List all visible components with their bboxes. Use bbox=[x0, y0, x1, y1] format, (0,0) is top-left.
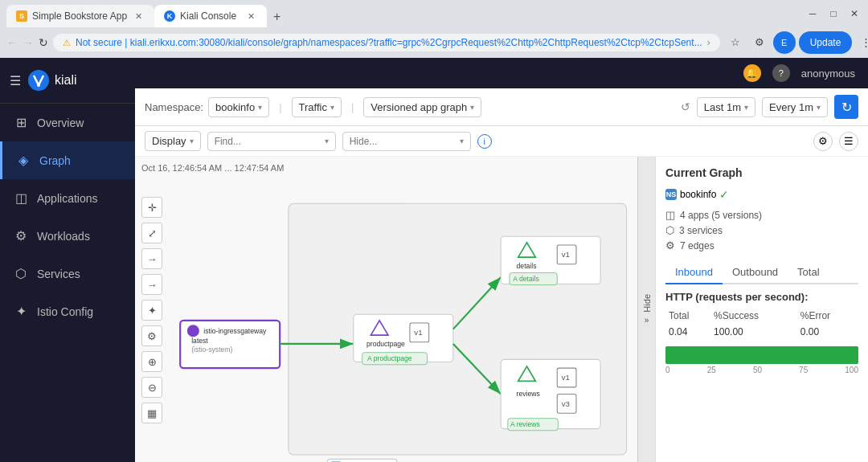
zoom-plus-tool[interactable]: ⊕ bbox=[141, 351, 162, 372]
reviews-node[interactable]: v1 v3 reviews A reviews bbox=[501, 359, 600, 430]
refresh-interval-label: Every 1m bbox=[769, 101, 813, 113]
cell-error: 0.00 bbox=[797, 324, 858, 340]
zoom-minus-tool[interactable]: ⊖ bbox=[141, 377, 162, 398]
minimize-button[interactable]: ─ bbox=[805, 6, 820, 21]
time-range-chevron-icon: ▾ bbox=[744, 103, 748, 112]
legend-icon[interactable]: ☰ bbox=[839, 132, 858, 151]
sidebar-item-graph-label: Graph bbox=[39, 154, 71, 167]
details-node[interactable]: v1 details A details bbox=[501, 236, 600, 284]
hide-panel[interactable]: Hide » bbox=[637, 157, 655, 462]
traffic-chevron-icon: ▾ bbox=[330, 103, 334, 112]
update-button[interactable]: Update bbox=[799, 31, 853, 54]
close-button[interactable]: ✕ bbox=[847, 6, 862, 21]
menu-button[interactable]: ⋮ bbox=[855, 31, 868, 52]
namespace-value: bookinfo bbox=[215, 101, 255, 113]
sidebar-item-overview[interactable]: ⊞ Overview bbox=[0, 104, 135, 141]
kiali-logo-text: kiali bbox=[55, 73, 77, 88]
tab-bookstore[interactable]: S Simple Bookstore App ✕ bbox=[6, 5, 154, 27]
app-header: 🔔 ? anonymous bbox=[135, 58, 868, 88]
find-input[interactable] bbox=[215, 136, 321, 147]
hamburger-icon[interactable]: ☰ bbox=[10, 73, 21, 88]
forward-button[interactable]: → bbox=[23, 33, 34, 52]
tab-bookstore-label: Simple Bookstore App bbox=[32, 10, 127, 22]
applications-icon: ◫ bbox=[13, 190, 29, 206]
refresh-button[interactable]: ↻ bbox=[834, 95, 858, 119]
new-tab-button[interactable]: + bbox=[267, 6, 287, 27]
hide-select-wrapper[interactable]: ▾ bbox=[342, 132, 471, 151]
sub-bar: Display ▾ ▾ ▾ i ⚙ ☰ bbox=[135, 126, 868, 157]
ingress-node[interactable]: istio-ingressgateway latest (istio-syste… bbox=[180, 321, 280, 368]
zoom-fit-tool[interactable]: ⤢ bbox=[141, 223, 162, 243]
info-button[interactable]: i bbox=[477, 134, 492, 149]
namespace-dropdown[interactable]: bookinfo ▾ bbox=[208, 97, 269, 117]
grid-tool[interactable]: ▦ bbox=[141, 403, 162, 423]
cell-total: 0.04 bbox=[665, 324, 710, 340]
browser-chrome: S Simple Bookstore App ✕ K Kiali Console… bbox=[0, 0, 868, 58]
settings-tool[interactable]: ⚙ bbox=[141, 325, 162, 346]
url-text: Not secure | kiali.erikxu.com:30080/kial… bbox=[76, 37, 702, 48]
panel-namespace: bookinfo bbox=[680, 189, 716, 200]
help-icon[interactable]: ? bbox=[772, 64, 790, 82]
svg-text:details: details bbox=[517, 262, 537, 270]
tab-bookstore-close[interactable]: ✕ bbox=[132, 10, 145, 22]
time-range-dropdown[interactable]: Last 1m ▾ bbox=[697, 97, 755, 117]
back-button[interactable]: ← bbox=[6, 33, 18, 52]
bell-icon[interactable]: 🔔 bbox=[743, 64, 761, 82]
display-dropdown[interactable]: Display ▾ bbox=[145, 131, 201, 151]
stat-row-services: ⬡ 3 services bbox=[665, 223, 858, 238]
tab-kiali[interactable]: K Kiali Console ✕ bbox=[154, 5, 267, 27]
sidebar-item-workloads[interactable]: ⚙ Workloads bbox=[0, 217, 135, 255]
chart-labels: 0 25 50 75 100 bbox=[665, 366, 858, 374]
chart-label-100: 100 bbox=[845, 366, 858, 374]
sidebar-item-applications[interactable]: ◫ Applications bbox=[0, 179, 135, 217]
svg-text:v3: v3 bbox=[562, 399, 570, 408]
tab-outbound[interactable]: Outbound bbox=[723, 261, 788, 284]
graph-tools: ✛ ⤢ → → ✦ ⚙ ⊕ ⊖ ▦ bbox=[141, 197, 162, 423]
panel-title: Current Graph bbox=[665, 166, 858, 179]
tab-inbound[interactable]: Inbound bbox=[665, 261, 723, 284]
tab-kiali-close[interactable]: ✕ bbox=[244, 10, 257, 22]
hide-label: Hide bbox=[642, 294, 652, 313]
hide-input[interactable] bbox=[350, 136, 457, 147]
url-bar[interactable]: ⚠ Not secure | kiali.erikxu.com:30080/ki… bbox=[53, 34, 720, 51]
graph-content: Oct 16, 12:46:54 AM ... 12:47:54 AM ✛ ⤢ … bbox=[135, 157, 868, 462]
traffic-label: Traffic bbox=[299, 101, 327, 113]
services-stat-text: 3 services bbox=[679, 225, 723, 236]
cell-success: 100.00 bbox=[710, 324, 797, 340]
time-range-label: Last 1m bbox=[704, 101, 741, 113]
sidebar-item-istio-config[interactable]: ✦ Istio Config bbox=[0, 292, 135, 330]
services-stat-icon: ⬡ bbox=[665, 224, 674, 236]
svg-text:reviews: reviews bbox=[517, 390, 540, 398]
address-bar: ← → ↻ ⚠ Not secure | kiali.erikxu.com:30… bbox=[0, 27, 868, 58]
sidebar-item-graph[interactable]: ◈ Graph bbox=[0, 141, 135, 179]
graph-type-dropdown[interactable]: Versioned app graph ▾ bbox=[363, 97, 481, 117]
sidebar-header: ☰ kiali bbox=[0, 58, 135, 104]
traffic-dropdown[interactable]: Traffic ▾ bbox=[292, 97, 342, 117]
extensions-button[interactable]: ⚙ bbox=[749, 31, 770, 52]
reload-button[interactable]: ↻ bbox=[39, 33, 48, 52]
graph-type-chevron-icon: ▾ bbox=[470, 103, 474, 112]
user-avatar[interactable]: E bbox=[773, 31, 796, 54]
kiali-logo: kiali bbox=[27, 69, 77, 92]
time-refresh-icon[interactable]: ↺ bbox=[681, 100, 690, 113]
kiali-logo-icon bbox=[27, 69, 50, 92]
bookmark-button[interactable]: ☆ bbox=[725, 31, 746, 52]
star-tool[interactable]: ✦ bbox=[141, 300, 162, 321]
arrow-right-tool[interactable]: → bbox=[141, 248, 162, 269]
arrow-tool-2[interactable]: → bbox=[141, 274, 162, 295]
sidebar-item-overview-label: Overview bbox=[37, 117, 84, 129]
chart-label-75: 75 bbox=[799, 366, 808, 374]
sidebar-item-services[interactable]: ⬡ Services bbox=[0, 255, 135, 292]
maximize-button[interactable]: □ bbox=[826, 6, 841, 21]
sidebar-item-workloads-label: Workloads bbox=[37, 230, 90, 243]
svg-point-1 bbox=[37, 84, 40, 87]
find-input-wrapper[interactable]: ▾ bbox=[207, 132, 336, 151]
drag-tool[interactable]: ✛ bbox=[141, 197, 162, 218]
productpage-node[interactable]: v1 productpage A productpage bbox=[354, 314, 453, 365]
tab-total[interactable]: Total bbox=[788, 261, 829, 284]
settings-icon[interactable]: ⚙ bbox=[813, 132, 833, 151]
refresh-interval-dropdown[interactable]: Every 1m ▾ bbox=[762, 97, 828, 117]
svg-text:istio-ingressgateway: istio-ingressgateway bbox=[203, 327, 267, 335]
col-header-error: %Error bbox=[797, 308, 858, 324]
ns-dot: NS bbox=[665, 189, 677, 200]
